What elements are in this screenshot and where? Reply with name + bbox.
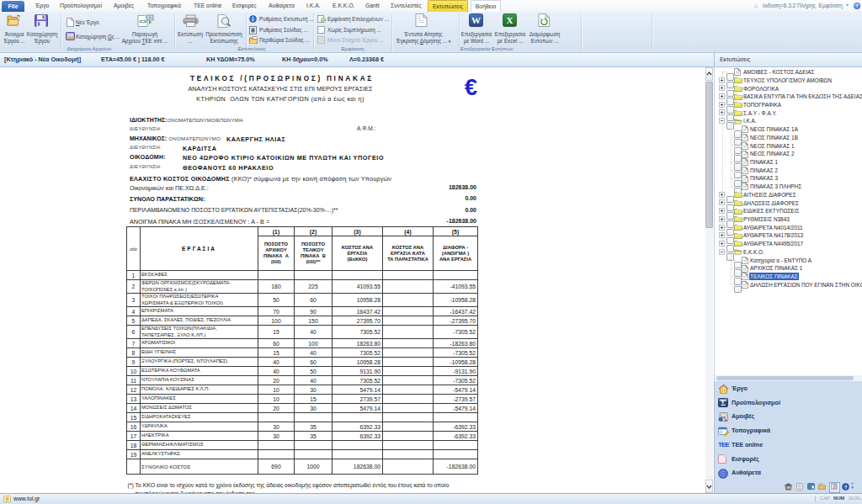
svg-text:Σ: Σ bbox=[721, 400, 725, 407]
svg-text:ΤΕΕ: ΤΕΕ bbox=[718, 441, 730, 448]
svg-text:W: W bbox=[471, 15, 481, 25]
svg-text:<>: <> bbox=[140, 19, 146, 25]
svg-text:X: X bbox=[507, 15, 513, 25]
svg-text:?: ? bbox=[844, 485, 848, 490]
